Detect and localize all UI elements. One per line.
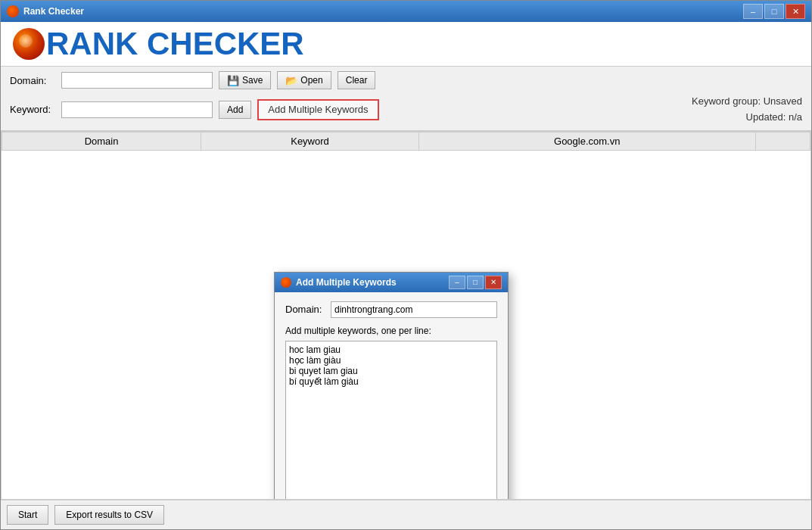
- col-google: Google.com.vn: [418, 132, 755, 150]
- logo-area: RANK CHECKER: [1, 22, 811, 67]
- maximize-button[interactable]: □: [764, 4, 784, 19]
- modal-domain-field: Domain:: [285, 301, 497, 318]
- logo-text: RANK CHECKER: [46, 28, 304, 60]
- domain-input[interactable]: [61, 72, 213, 89]
- add-keyword-button[interactable]: Add: [219, 101, 251, 119]
- bottom-bar: Start Export results to CSV: [1, 500, 811, 529]
- export-csv-button[interactable]: Export results to CSV: [54, 505, 164, 525]
- open-button[interactable]: Open: [277, 71, 331, 89]
- keyword-label: Keyword:: [10, 104, 55, 115]
- keyword-group-line2: Updated: n/a: [692, 110, 802, 126]
- window-controls: – □ ✕: [743, 4, 805, 19]
- window-title: Rank Checker: [23, 6, 84, 17]
- domain-label: Domain:: [10, 75, 55, 86]
- app-logo: RANK CHECKER: [13, 28, 799, 60]
- modal-domain-label: Domain:: [285, 304, 331, 315]
- modal-title: Add Multiple Keywords: [296, 277, 397, 288]
- logo-icon: [13, 28, 45, 60]
- close-button[interactable]: ✕: [786, 4, 805, 19]
- results-table: Domain Keyword Google.com.vn: [2, 132, 810, 151]
- save-icon: [227, 75, 239, 86]
- modal-controls: – □ ✕: [449, 276, 502, 289]
- modal-close-x-button[interactable]: ✕: [485, 276, 502, 289]
- keyword-row: Keyword: Add Add Multiple Keywords Keywo…: [10, 94, 802, 126]
- app-content: RANK CHECKER Domain: Save Open Clear Key…: [1, 22, 811, 529]
- modal-textarea-label: Add multiple keywords, one per line:: [285, 326, 497, 336]
- modal-maximize-button[interactable]: □: [467, 276, 484, 289]
- modal-title-bar: Add Multiple Keywords – □ ✕: [275, 273, 508, 292]
- keyword-input[interactable]: [61, 101, 213, 118]
- domain-row: Domain: Save Open Clear: [10, 71, 802, 89]
- col-keyword: Keyword: [201, 132, 419, 150]
- minimize-button[interactable]: –: [743, 4, 763, 19]
- modal-app-icon: [281, 277, 291, 288]
- add-multiple-dialog: Add Multiple Keywords – □ ✕ Domain: Add …: [274, 272, 509, 500]
- add-multiple-button[interactable]: Add Multiple Keywords: [257, 99, 378, 120]
- app-icon: [7, 5, 19, 17]
- main-window: Rank Checker – □ ✕ RANK CHECKER Domain: …: [0, 0, 812, 530]
- modal-minimize-button[interactable]: –: [449, 276, 465, 289]
- col-extra: [755, 132, 810, 150]
- save-button[interactable]: Save: [219, 71, 271, 89]
- title-bar: Rank Checker – □ ✕: [1, 1, 811, 22]
- open-icon: [285, 75, 297, 86]
- toolbar: Domain: Save Open Clear Keyword: Add Add…: [1, 67, 811, 131]
- modal-body: Domain: Add multiple keywords, one per l…: [275, 292, 508, 500]
- keyword-group-line1: Keyword group: Unsaved: [692, 94, 802, 110]
- table-area: Domain Keyword Google.com.vn Add Multipl…: [1, 131, 811, 500]
- modal-keywords-textarea[interactable]: hoc lam giau học làm giàu bi quyet lam g…: [285, 341, 497, 500]
- table-header-row: Domain Keyword Google.com.vn: [2, 132, 810, 150]
- col-domain: Domain: [2, 132, 201, 150]
- modal-domain-input[interactable]: [331, 301, 497, 318]
- start-button[interactable]: Start: [7, 505, 48, 525]
- keyword-group-info: Keyword group: Unsaved Updated: n/a: [692, 94, 802, 126]
- clear-button[interactable]: Clear: [338, 71, 376, 89]
